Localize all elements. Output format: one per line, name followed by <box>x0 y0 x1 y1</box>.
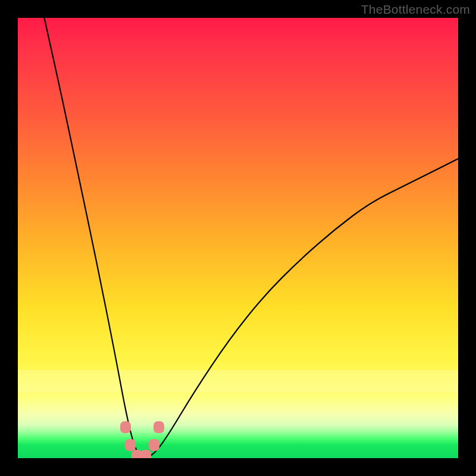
trough-marker <box>154 421 164 433</box>
trough-marker <box>149 439 159 451</box>
bottleneck-curve <box>18 18 458 458</box>
outer-frame: TheBottleneck.com <box>0 0 476 476</box>
watermark-text: TheBottleneck.com <box>361 2 470 17</box>
trough-marker <box>120 421 131 433</box>
trough-marker <box>140 450 151 458</box>
trough-marker <box>125 439 136 451</box>
plot-area <box>18 18 458 458</box>
